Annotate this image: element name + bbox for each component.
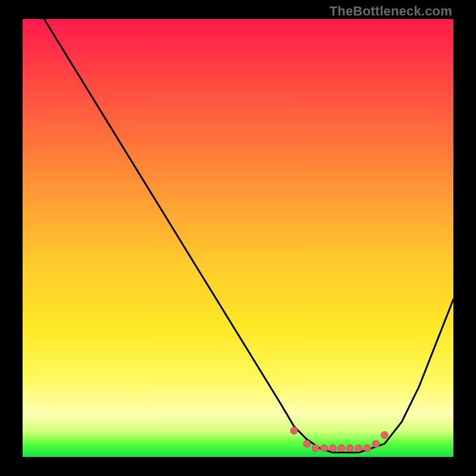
plot-gradient-area <box>23 19 453 457</box>
watermark-text: TheBottleneck.com <box>330 4 452 19</box>
chart-frame: TheBottleneck.com <box>0 0 476 476</box>
